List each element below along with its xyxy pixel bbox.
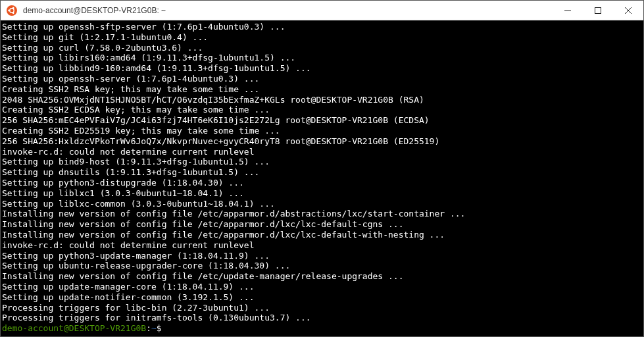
- terminal-line: Installing new version of config file /e…: [2, 209, 641, 219]
- terminal-line: Setting up openssh-sftp-server (1:7.6p1-…: [2, 22, 641, 32]
- terminal-output[interactable]: Setting up openssh-sftp-server (1:7.6p1-…: [1, 20, 643, 336]
- terminal-line: Setting up liblxc1 (3.0.3-0ubuntu1~18.04…: [2, 188, 641, 199]
- close-button[interactable]: [613, 1, 643, 20]
- terminal-line: Installing new version of config file /e…: [2, 230, 641, 240]
- terminal-line: Processing triggers for initramfs-tools …: [2, 313, 641, 323]
- terminal-line: Setting up python3-distupgrade (1:18.04.…: [2, 178, 641, 188]
- terminal-line: Setting up ubuntu-release-upgrader-core …: [2, 261, 641, 271]
- terminal-line: Setting up update-notifier-common (3.192…: [2, 292, 641, 303]
- terminal-line: Creating SSH2 ECDSA key; this may take s…: [2, 105, 641, 115]
- minimize-button[interactable]: [553, 1, 583, 20]
- terminal-prompt[interactable]: demo-account@DESKTOP-VR21G0B:~$: [2, 323, 641, 334]
- terminal-line: Installing new version of config file /e…: [2, 219, 641, 230]
- terminal-line: Setting up curl (7.58.0-2ubuntu3.6) ...: [2, 43, 641, 53]
- terminal-line: Setting up update-manager-core (1:18.04.…: [2, 282, 641, 292]
- ubuntu-icon: [6, 5, 18, 16]
- terminal-line: Setting up openssh-server (1:7.6p1-4ubun…: [2, 74, 641, 84]
- window-titlebar[interactable]: demo-account@DESKTOP-VR21G0B: ~: [1, 1, 643, 20]
- terminal-line: Creating SSH2 ED25519 key; this may take…: [2, 126, 641, 136]
- prompt-at: @: [64, 323, 69, 333]
- prompt-colon: :: [146, 323, 151, 333]
- prompt-user: demo-account: [2, 323, 64, 333]
- terminal-line: Setting up libirs160:amd64 (1:9.11.3+dfs…: [2, 53, 641, 63]
- terminal-line: Processing triggers for libc-bin (2.27-3…: [2, 303, 641, 313]
- svg-point-2: [8, 9, 10, 11]
- svg-rect-6: [595, 7, 601, 13]
- terminal-line: Setting up bind9-host (1:9.11.3+dfsg-1ub…: [2, 157, 641, 167]
- terminal-line: Setting up libbind9-160:amd64 (1:9.11.3+…: [2, 63, 641, 74]
- terminal-line: Installing new version of config file /e…: [2, 271, 641, 282]
- prompt-path: ~: [151, 323, 157, 333]
- window-title: demo-account@DESKTOP-VR21G0B: ~: [23, 6, 553, 15]
- window-controls: [553, 1, 643, 20]
- terminal-line: invoke-rc.d: could not determine current…: [2, 147, 641, 157]
- terminal-line: Setting up git (1:2.17.1-1ubuntu0.4) ...: [2, 32, 641, 43]
- prompt-dollar: $: [157, 323, 167, 333]
- terminal-line: Setting up liblxc-common (3.0.3-0ubuntu1…: [2, 199, 641, 209]
- terminal-line: 256 SHA256:HxldzcVPkoTrWv6JoQ7x/NkvprNuv…: [2, 136, 641, 147]
- terminal-line: 256 SHA256:mEC4ePVFaiV7g/JC4i63fzj74HT6e…: [2, 115, 641, 126]
- svg-point-3: [12, 7, 14, 9]
- terminal-line: invoke-rc.d: could not determine current…: [2, 240, 641, 251]
- terminal-line: Creating SSH2 RSA key; this may take som…: [2, 84, 641, 95]
- terminal-line: 2048 SHA256:OVMxjdNT1SHJNO5BT/hCT/O6vzdq…: [2, 95, 641, 105]
- prompt-host: DESKTOP-VR21G0B: [69, 323, 146, 333]
- terminal-line: Setting up dnsutils (1:9.11.3+dfsg-1ubun…: [2, 167, 641, 178]
- svg-point-4: [12, 12, 14, 14]
- maximize-button[interactable]: [583, 1, 613, 20]
- terminal-line: Setting up python3-update-manager (1:18.…: [2, 251, 641, 261]
